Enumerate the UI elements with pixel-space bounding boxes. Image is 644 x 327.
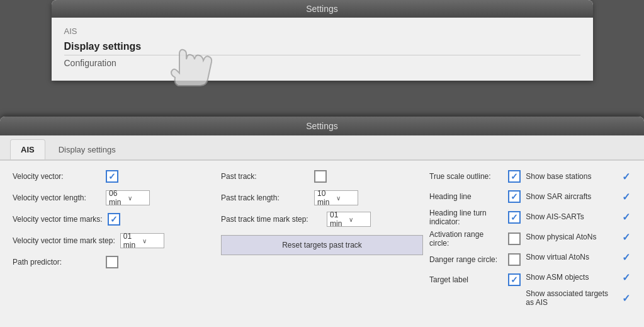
velocity-time-marks-checkbox[interactable] (108, 213, 120, 226)
show-virtual-atons-row: Show virtual AtoNs ✓ (526, 249, 631, 265)
velocity-vector-length-row: Velocity vector length: 06 min ∨ (13, 190, 215, 206)
show-associated-targets-row: Show associated targets as AIS ✓ (526, 289, 631, 307)
past-track-row: Past track: (221, 168, 423, 185)
target-label-label: Target label (429, 275, 504, 284)
activation-range-checkbox[interactable] (508, 232, 521, 245)
show-associated-targets-label: Show associated targets as AIS (526, 289, 616, 307)
heading-line-label: Heading line (429, 192, 504, 201)
main-panel-header: Settings (0, 117, 644, 135)
true-scale-outline-checkbox[interactable] (508, 170, 521, 183)
heading-line-row: Heading line (429, 188, 521, 205)
show-ais-sarts-label: Show AIS-SARTs (526, 212, 616, 221)
show-asm-objects-label: Show ASM objects (526, 273, 616, 282)
true-scale-outline-label: True scale outline: (429, 172, 504, 181)
col-display-options: True scale outline: Heading line Heading… (429, 168, 631, 307)
show-base-stations-label: Show base stations (526, 172, 616, 181)
danger-range-row: Danger range circle: (429, 251, 521, 268)
tab-display-settings[interactable]: Display settings (48, 139, 127, 159)
heading-line-checkbox[interactable] (508, 190, 521, 203)
velocity-time-mark-step-dropdown[interactable]: 01 min ∨ (120, 233, 164, 248)
show-associated-targets-check[interactable]: ✓ (620, 292, 631, 304)
heading-line-turn-row: Heading line turn indicator: (429, 209, 521, 226)
velocity-time-marks-label: Velocity vector time marks: (13, 215, 103, 224)
tab-ais[interactable]: AIS (10, 139, 45, 159)
activation-range-label: Activation range circle: (429, 230, 504, 248)
activation-range-row: Activation range circle: (429, 230, 521, 248)
show-physical-atons-row: Show physical AtoNs ✓ (526, 229, 631, 245)
show-virtual-atons-check[interactable]: ✓ (620, 251, 631, 263)
top-menu-configuration[interactable]: Configuration (64, 55, 580, 71)
target-label-row: Target label (429, 272, 521, 288)
reset-targets-button[interactable]: Reset targets past track (221, 235, 423, 255)
path-predictor-row: Path predictor: (13, 254, 215, 270)
show-physical-atons-label: Show physical AtoNs (526, 232, 616, 241)
top-menu-display-settings[interactable]: Display settings (64, 38, 580, 55)
past-track-checkbox[interactable] (314, 170, 327, 183)
velocity-time-marks-row: Velocity vector time marks: (13, 211, 215, 227)
heading-line-turn-label: Heading line turn indicator: (429, 209, 504, 226)
past-track-length-dropdown[interactable]: 10 min ∨ (314, 190, 358, 205)
top-card-header: Settings (52, 0, 593, 18)
show-sar-aircrafts-row: Show SAR aircrafts ✓ (526, 188, 631, 205)
past-track-label: Past track: (221, 172, 309, 181)
show-ais-sarts-row: Show AIS-SARTs ✓ (526, 209, 631, 225)
velocity-vector-row: Velocity vector: (13, 168, 215, 185)
path-predictor-label: Path predictor: (13, 258, 101, 267)
past-track-time-mark-step-label: Past track time mark step: (221, 215, 322, 224)
past-track-time-mark-step-row: Past track time mark step: 01 min ∨ (221, 211, 423, 227)
velocity-vector-length-label: Velocity vector length: (13, 193, 101, 202)
show-base-stations-row: Show base stations ✓ (526, 168, 631, 185)
heading-line-turn-checkbox[interactable] (508, 211, 521, 224)
show-ais-sarts-check[interactable]: ✓ (620, 211, 631, 222)
tabs-bar: AIS Display settings (0, 135, 644, 161)
danger-range-checkbox[interactable] (508, 253, 521, 266)
show-asm-objects-row: Show ASM objects ✓ (526, 269, 631, 285)
show-virtual-atons-label: Show virtual AtoNs (526, 253, 616, 261)
velocity-time-mark-step-row: Velocity vector time mark step: 01 min ∨ (13, 232, 215, 249)
top-menu-ais[interactable]: AIS (64, 24, 580, 38)
show-sar-aircrafts-check[interactable]: ✓ (620, 191, 631, 202)
velocity-vector-length-dropdown[interactable]: 06 min ∨ (106, 190, 150, 205)
show-sar-aircrafts-label: Show SAR aircrafts (526, 192, 616, 201)
velocity-vector-checkbox[interactable] (106, 170, 118, 183)
col-past-track: Past track: Past track length: 10 min ∨ … (221, 168, 423, 307)
show-asm-objects-check[interactable]: ✓ (620, 272, 631, 283)
show-physical-atons-check[interactable]: ✓ (620, 231, 631, 243)
show-base-stations-check[interactable]: ✓ (620, 171, 631, 182)
velocity-time-mark-step-label: Velocity vector time mark step: (13, 236, 115, 245)
path-predictor-checkbox[interactable] (106, 256, 118, 268)
past-track-length-label: Past track length: (221, 193, 309, 202)
col-velocity: Velocity vector: Velocity vector length:… (13, 168, 215, 307)
target-label-checkbox[interactable] (508, 273, 521, 286)
past-track-length-row: Past track length: 10 min ∨ (221, 190, 423, 206)
true-scale-outline-row: True scale outline: (429, 168, 521, 185)
past-track-time-mark-step-dropdown[interactable]: 01 min ∨ (327, 212, 371, 227)
velocity-vector-label: Velocity vector: (13, 172, 101, 181)
danger-range-label: Danger range circle: (429, 255, 504, 264)
